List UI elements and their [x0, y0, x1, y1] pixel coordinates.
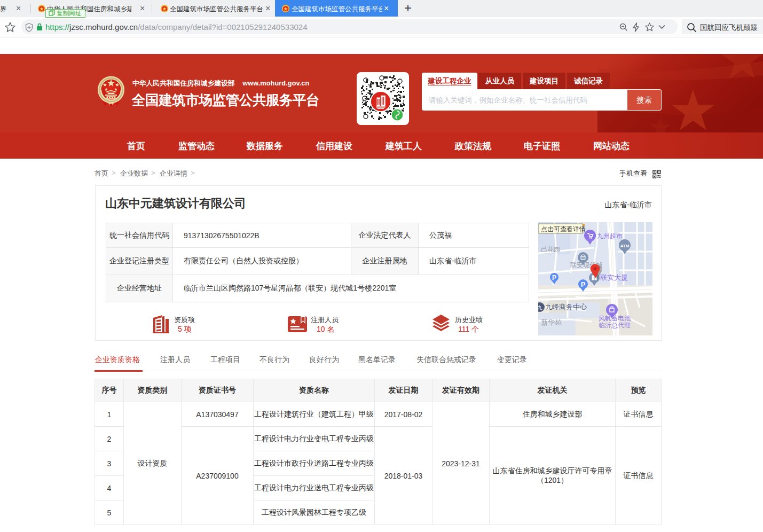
svg-text:联安大厦: 联安大厦 [600, 273, 628, 281]
svg-text:新华苑: 新华苑 [541, 318, 562, 326]
svg-text:九峰商务中心: 九峰商务中心 [545, 303, 587, 311]
svg-text:风帆蓄电池: 风帆蓄电池 [599, 315, 631, 322]
svg-text:临沂总代理: 临沂总代理 [599, 322, 631, 329]
svg-text:P: P [552, 274, 556, 281]
svg-text:己花园: 己花园 [541, 246, 560, 253]
svg-text:九: 九 [538, 305, 542, 310]
svg-text:九州超市: 九州超市 [597, 232, 623, 240]
svg-text:P: P [581, 280, 586, 288]
svg-text:ATM: ATM [620, 244, 630, 248]
svg-text:点击可查看详情: 点击可查看详情 [541, 225, 586, 233]
